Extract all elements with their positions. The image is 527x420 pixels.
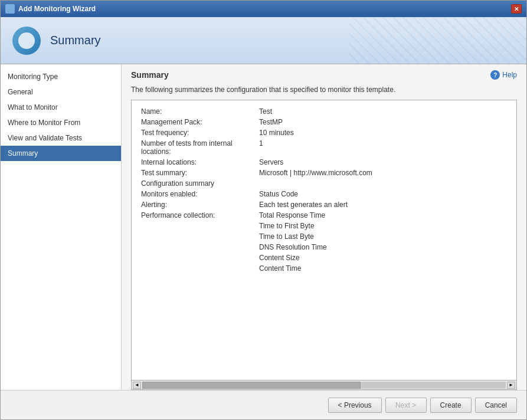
summary-value-4: Servers xyxy=(259,158,507,166)
summary-label-5: Test summary: xyxy=(141,169,259,177)
summary-label-2: Test frequency: xyxy=(141,129,259,137)
summary-content: Name:TestManagement Pack:TestMPTest freq… xyxy=(132,100,516,380)
scrollbar-thumb[interactable] xyxy=(142,382,361,389)
help-icon: ? xyxy=(490,70,500,80)
cancel-button[interactable]: Cancel xyxy=(475,398,517,413)
summary-box: Name:TestManagement Pack:TestMPTest freq… xyxy=(131,100,517,390)
summary-label-13 xyxy=(141,254,259,262)
summary-row-3: Number of tests from internal locations:… xyxy=(141,139,507,156)
previous-button[interactable]: < Previous xyxy=(328,398,382,413)
summary-label-10 xyxy=(141,222,259,230)
title-bar-icon xyxy=(5,4,15,14)
summary-value-9: Total Response Time xyxy=(259,211,507,219)
wizard-header: Summary xyxy=(1,17,526,64)
sidebar: Monitoring TypeGeneralWhat to MonitorWhe… xyxy=(1,64,122,390)
summary-label-14 xyxy=(141,264,259,273)
summary-row-14: Content Time xyxy=(141,264,507,273)
title-bar: Add Monitoring Wizard ✕ xyxy=(1,1,526,17)
summary-row-8: Alerting:Each test generates an alert xyxy=(141,201,507,209)
summary-value-7: Status Code xyxy=(259,190,507,198)
summary-row-0: Name:Test xyxy=(141,107,507,116)
sidebar-item-what-to-monitor[interactable]: What to Monitor xyxy=(1,100,121,115)
scroll-right-button[interactable]: ► xyxy=(507,382,515,389)
summary-value-3: 1 xyxy=(259,139,507,156)
close-button[interactable]: ✕ xyxy=(511,4,522,14)
summary-row-2: Test frequency:10 minutes xyxy=(141,129,507,137)
summary-label-11 xyxy=(141,232,259,241)
wizard-window: Add Monitoring Wizard ✕ Summary Monitori… xyxy=(0,0,527,420)
summary-value-0: Test xyxy=(259,107,507,116)
create-button[interactable]: Create xyxy=(430,398,472,413)
sidebar-item-view-validate[interactable]: View and Validate Tests xyxy=(1,130,121,146)
summary-row-5: Test summary:Microsoft | http://www.micr… xyxy=(141,169,507,177)
next-button[interactable]: Next > xyxy=(385,398,427,413)
summary-row-9: Performance collection:Total Response Ti… xyxy=(141,211,507,219)
summary-label-9: Performance collection: xyxy=(141,211,259,219)
wizard-header-title: Summary xyxy=(50,34,101,47)
summary-row-13: Content Size xyxy=(141,254,507,262)
horizontal-scrollbar[interactable]: ◄ ► xyxy=(132,380,516,389)
summary-value-5: Microsoft | http://www.microsoft.com xyxy=(259,169,507,177)
summary-value-2: 10 minutes xyxy=(259,129,507,137)
summary-label-6: Configuration summary xyxy=(141,179,259,188)
header-icon-circle xyxy=(12,27,41,55)
summary-label-0: Name: xyxy=(141,107,259,116)
summary-row-11: Time to Last Byte xyxy=(141,232,507,241)
summary-row-4: Internal locations:Servers xyxy=(141,158,507,166)
header-icon-inner xyxy=(18,32,35,49)
main-title: Summary xyxy=(131,70,169,80)
summary-value-11: Time to Last Byte xyxy=(259,232,507,241)
summary-label-12 xyxy=(141,243,259,251)
summary-value-14: Content Time xyxy=(259,264,507,273)
help-label: Help xyxy=(502,71,517,79)
summary-row-7: Monitors enabled:Status Code xyxy=(141,190,507,198)
footer: < Previous Next > Create Cancel xyxy=(1,390,526,419)
description-text: The following summarizes the configurati… xyxy=(122,83,526,100)
help-link[interactable]: ? Help xyxy=(490,70,517,80)
summary-label-7: Monitors enabled: xyxy=(141,190,259,198)
summary-row-1: Management Pack:TestMP xyxy=(141,118,507,126)
header-background-decoration xyxy=(349,17,526,64)
summary-row-10: Time to First Byte xyxy=(141,222,507,230)
summary-value-6 xyxy=(259,179,507,188)
sidebar-item-where-to-monitor[interactable]: Where to Monitor From xyxy=(1,115,121,130)
content-area: Monitoring TypeGeneralWhat to MonitorWhe… xyxy=(1,64,526,390)
scroll-left-button[interactable]: ◄ xyxy=(133,382,141,389)
scrollbar-track xyxy=(142,382,506,389)
main-header: Summary ? Help xyxy=(122,64,526,83)
summary-label-3: Number of tests from internal locations: xyxy=(141,139,259,156)
summary-label-1: Management Pack: xyxy=(141,118,259,126)
summary-label-8: Alerting: xyxy=(141,201,259,209)
summary-value-10: Time to First Byte xyxy=(259,222,507,230)
sidebar-item-monitoring-type[interactable]: Monitoring Type xyxy=(1,69,121,84)
summary-row-6: Configuration summary xyxy=(141,179,507,188)
main-content: Summary ? Help The following summarizes … xyxy=(122,64,526,390)
summary-value-8: Each test generates an alert xyxy=(259,201,507,209)
summary-value-13: Content Size xyxy=(259,254,507,262)
wizard-header-icon xyxy=(12,27,41,55)
summary-row-12: DNS Resolution Time xyxy=(141,243,507,251)
title-bar-text: Add Monitoring Wizard xyxy=(18,5,511,13)
summary-label-4: Internal locations: xyxy=(141,158,259,166)
sidebar-item-summary[interactable]: Summary xyxy=(1,146,121,161)
sidebar-item-general[interactable]: General xyxy=(1,84,121,100)
summary-value-12: DNS Resolution Time xyxy=(259,243,507,251)
summary-value-1: TestMP xyxy=(259,118,507,126)
